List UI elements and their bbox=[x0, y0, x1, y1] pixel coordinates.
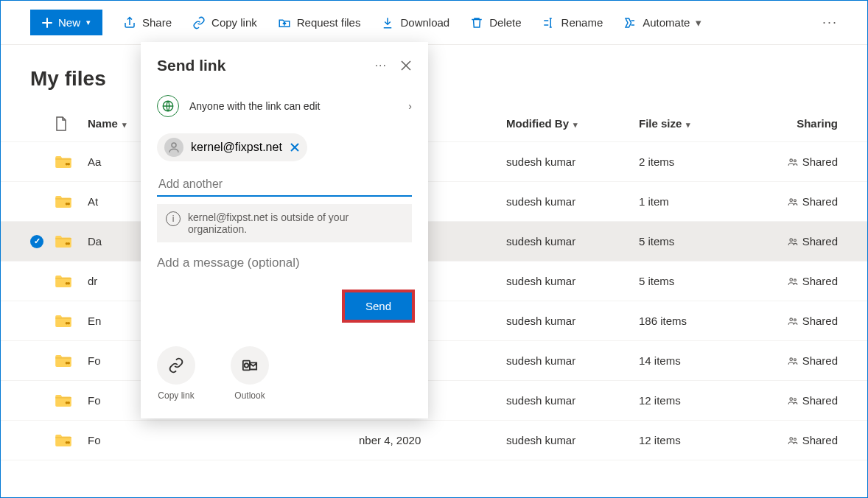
svg-point-33 bbox=[172, 143, 176, 147]
svg-point-17 bbox=[67, 321, 70, 324]
row-modified-by: sudesh kumar bbox=[506, 434, 639, 446]
row-file-size: 14 items bbox=[639, 354, 771, 367]
row-sharing[interactable]: Shared bbox=[771, 195, 838, 208]
add-recipient-input[interactable] bbox=[157, 173, 412, 197]
recipient-email: kernel@fixpst.net bbox=[191, 141, 282, 154]
row-file-size: 12 items bbox=[639, 434, 771, 446]
shared-folder-icon bbox=[55, 315, 71, 328]
link-icon bbox=[192, 16, 206, 29]
more-actions-button[interactable]: ··· bbox=[822, 15, 838, 30]
table-row[interactable]: Fonber 4, 2020sudesh kumar12 itemsShared bbox=[1, 421, 867, 460]
row-sharing[interactable]: Shared bbox=[771, 275, 838, 287]
link-icon bbox=[168, 357, 184, 374]
automate-button[interactable]: Automate ▾ bbox=[623, 16, 701, 29]
table-header: Name▾ Modified▾ Modified By▾ File size▾ … bbox=[1, 105, 867, 142]
recipient-chip: kernel@fixpst.net bbox=[157, 133, 307, 161]
svg-point-35 bbox=[245, 363, 249, 368]
folder-request-icon bbox=[278, 16, 291, 29]
share-button[interactable]: Share bbox=[123, 16, 172, 29]
copy-link-option-label: Copy link bbox=[158, 390, 194, 401]
external-warning: i kernel@fixpst.net is outside of your o… bbox=[157, 204, 412, 242]
table-row[interactable]: Aay 21sudesh kumar2 itemsShared bbox=[1, 142, 867, 182]
row-modified-by: sudesh kumar bbox=[506, 315, 639, 327]
new-button[interactable]: New ▾ bbox=[30, 10, 102, 35]
info-icon: i bbox=[166, 211, 181, 226]
automate-label: Automate bbox=[643, 16, 690, 29]
new-button-label: New bbox=[58, 16, 80, 29]
table-row[interactable]: Fonber 4, 2020sudesh kumar12 itemsShared bbox=[1, 381, 867, 421]
row-modified-by: sudesh kumar bbox=[506, 275, 639, 287]
trash-icon bbox=[470, 16, 483, 29]
shared-people-icon bbox=[788, 276, 798, 287]
shared-people-icon bbox=[788, 356, 798, 366]
shared-folder-icon bbox=[55, 275, 71, 288]
svg-point-11 bbox=[794, 239, 796, 241]
row-file-size: 186 items bbox=[639, 315, 771, 327]
col-file-size[interactable]: File size▾ bbox=[639, 117, 771, 130]
row-checkmark[interactable] bbox=[30, 235, 43, 248]
row-sharing[interactable]: Shared bbox=[771, 155, 838, 168]
svg-point-31 bbox=[794, 438, 796, 440]
row-sharing[interactable]: Shared bbox=[771, 434, 838, 446]
permission-selector[interactable]: Anyone with the link can edit › bbox=[157, 95, 412, 117]
row-file-size: 12 items bbox=[639, 394, 771, 407]
close-icon[interactable] bbox=[400, 60, 412, 71]
col-modified-by[interactable]: Modified By▾ bbox=[506, 117, 639, 130]
warning-text: kernel@fixpst.net is outside of your org… bbox=[188, 211, 403, 235]
row-modified-by: sudesh kumar bbox=[506, 354, 639, 367]
row-sharing[interactable]: Shared bbox=[771, 235, 838, 248]
rename-icon bbox=[542, 16, 556, 29]
shared-people-icon bbox=[788, 236, 798, 247]
row-sharing[interactable]: Shared bbox=[771, 354, 838, 367]
dialog-title: Send link bbox=[157, 57, 375, 74]
chevron-down-icon: ▾ bbox=[86, 18, 91, 27]
row-file-size: 2 items bbox=[639, 155, 771, 168]
svg-point-19 bbox=[794, 318, 796, 320]
request-files-label: Request files bbox=[297, 16, 361, 29]
dialog-more-button[interactable]: ··· bbox=[375, 59, 387, 72]
shared-people-icon bbox=[788, 316, 798, 326]
svg-point-2 bbox=[790, 158, 793, 161]
delete-button[interactable]: Delete bbox=[470, 16, 521, 29]
rename-label: Rename bbox=[561, 16, 603, 29]
shared-people-icon bbox=[788, 197, 798, 207]
shared-folder-icon bbox=[55, 434, 71, 447]
flow-icon bbox=[623, 16, 637, 29]
remove-recipient-icon[interactable] bbox=[290, 142, 300, 152]
table-row[interactable]: drirs agosudesh kumar5 itemsShared bbox=[1, 262, 867, 301]
table-row[interactable]: Daer 30, 2020sudesh kumar5 itemsShared bbox=[1, 222, 867, 262]
shared-folder-icon bbox=[55, 235, 71, 248]
row-modified-by: sudesh kumar bbox=[506, 155, 639, 168]
copy-link-label: Copy link bbox=[211, 16, 257, 29]
rename-button[interactable]: Rename bbox=[542, 16, 603, 29]
copy-link-button[interactable]: Copy link bbox=[192, 16, 257, 29]
table-row[interactable]: Atnber 21, 2020sudesh kumar1 itemShared bbox=[1, 182, 867, 222]
download-icon bbox=[381, 16, 394, 29]
message-input[interactable]: Add a message (optional) bbox=[157, 256, 412, 270]
svg-point-15 bbox=[794, 278, 796, 281]
row-modified-by: sudesh kumar bbox=[506, 195, 639, 208]
table-row[interactable]: Ennber 3, 2020sudesh kumar186 itemsShare… bbox=[1, 301, 867, 341]
svg-point-30 bbox=[790, 437, 793, 440]
svg-point-26 bbox=[790, 397, 793, 400]
shared-people-icon bbox=[788, 396, 798, 406]
svg-point-1 bbox=[67, 162, 70, 165]
svg-point-9 bbox=[67, 242, 70, 245]
request-files-button[interactable]: Request files bbox=[278, 16, 361, 29]
col-sharing[interactable]: Sharing bbox=[771, 117, 838, 130]
svg-point-25 bbox=[67, 401, 70, 404]
send-button[interactable]: Send bbox=[345, 292, 412, 320]
chevron-down-icon: ▾ bbox=[696, 16, 701, 29]
svg-point-3 bbox=[794, 159, 796, 161]
outlook-option[interactable]: Outlook bbox=[231, 346, 269, 401]
globe-icon bbox=[157, 95, 179, 117]
svg-point-7 bbox=[794, 199, 796, 201]
share-label: Share bbox=[142, 16, 172, 29]
download-button[interactable]: Download bbox=[381, 16, 449, 29]
copy-link-option[interactable]: Copy link bbox=[157, 346, 195, 401]
row-modified: nber 4, 2020 bbox=[359, 434, 506, 446]
shared-people-icon bbox=[788, 157, 798, 167]
table-row[interactable]: Fonber 4, 2020sudesh kumar14 itemsShared bbox=[1, 341, 867, 381]
row-sharing[interactable]: Shared bbox=[771, 315, 838, 327]
row-sharing[interactable]: Shared bbox=[771, 394, 838, 407]
